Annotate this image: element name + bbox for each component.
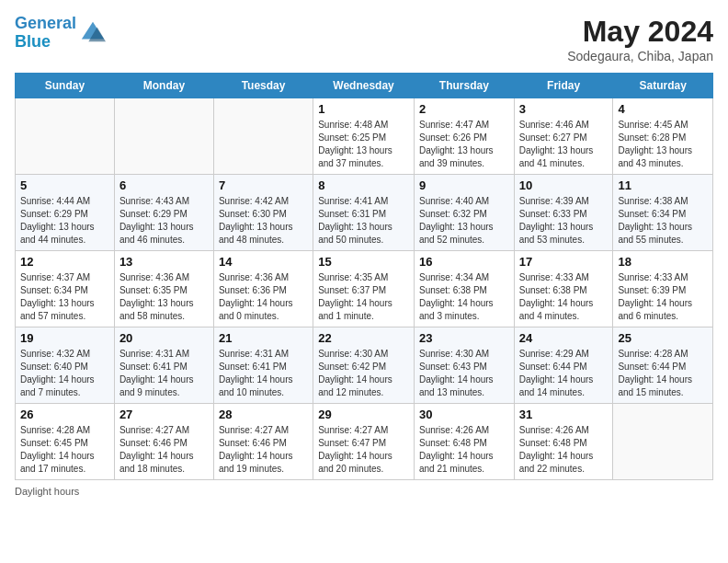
title-block: May 2024 Sodegaura, Chiba, Japan [567,15,713,63]
calendar-cell: 9Sunrise: 4:40 AM Sunset: 6:32 PM Daylig… [414,175,514,251]
calendar-cell: 1Sunrise: 4:48 AM Sunset: 6:25 PM Daylig… [313,98,415,175]
day-number: 27 [119,408,209,421]
day-info: Sunrise: 4:47 AM Sunset: 6:26 PM Dayligh… [419,119,509,170]
calendar-cell [613,404,713,480]
day-info: Sunrise: 4:27 AM Sunset: 6:46 PM Dayligh… [119,424,209,476]
day-info: Sunrise: 4:48 AM Sunset: 6:25 PM Dayligh… [318,119,409,170]
calendar-cell: 13Sunrise: 4:36 AM Sunset: 6:35 PM Dayli… [114,251,213,327]
calendar-cell: 12Sunrise: 4:37 AM Sunset: 6:34 PM Dayli… [16,251,115,327]
calendar-header: SundayMondayTuesdayWednesdayThursdayFrid… [16,74,713,98]
day-number: 16 [419,255,509,269]
weekday-header: Monday [114,74,213,98]
day-info: Sunrise: 4:36 AM Sunset: 6:36 PM Dayligh… [219,271,308,323]
calendar-cell: 31Sunrise: 4:26 AM Sunset: 6:48 PM Dayli… [514,404,613,480]
day-info: Sunrise: 4:31 AM Sunset: 6:41 PM Dayligh… [219,348,308,399]
calendar-table: SundayMondayTuesdayWednesdayThursdayFrid… [15,73,713,480]
day-info: Sunrise: 4:28 AM Sunset: 6:44 PM Dayligh… [618,348,708,399]
day-number: 28 [219,408,308,421]
day-info: Sunrise: 4:33 AM Sunset: 6:39 PM Dayligh… [618,271,708,323]
day-number: 20 [119,331,209,345]
weekday-header: Tuesday [213,74,313,98]
calendar-cell: 20Sunrise: 4:31 AM Sunset: 6:41 PM Dayli… [114,327,213,404]
calendar-cell: 25Sunrise: 4:28 AM Sunset: 6:44 PM Dayli… [613,327,713,404]
calendar-week-row: 1Sunrise: 4:48 AM Sunset: 6:25 PM Daylig… [16,98,713,175]
calendar-cell: 5Sunrise: 4:44 AM Sunset: 6:29 PM Daylig… [16,175,115,251]
day-number: 13 [119,255,209,269]
calendar-week-row: 19Sunrise: 4:32 AM Sunset: 6:40 PM Dayli… [16,327,713,404]
day-number: 1 [318,102,409,116]
calendar-week-row: 26Sunrise: 4:28 AM Sunset: 6:45 PM Dayli… [16,404,713,480]
calendar-cell: 21Sunrise: 4:31 AM Sunset: 6:41 PM Dayli… [213,327,313,404]
day-info: Sunrise: 4:35 AM Sunset: 6:37 PM Dayligh… [318,271,409,323]
calendar-cell: 30Sunrise: 4:26 AM Sunset: 6:48 PM Dayli… [414,404,514,480]
day-number: 17 [519,255,609,269]
day-info: Sunrise: 4:30 AM Sunset: 6:43 PM Dayligh… [419,348,509,399]
logo-icon [80,20,106,46]
calendar-cell: 11Sunrise: 4:38 AM Sunset: 6:34 PM Dayli… [613,175,713,251]
day-number: 15 [318,255,409,269]
logo-text: GeneralBlue [15,15,76,52]
calendar-cell: 26Sunrise: 4:28 AM Sunset: 6:45 PM Dayli… [16,404,115,480]
day-number: 14 [219,255,308,269]
calendar-cell: 2Sunrise: 4:47 AM Sunset: 6:26 PM Daylig… [414,98,514,175]
calendar-cell: 14Sunrise: 4:36 AM Sunset: 6:36 PM Dayli… [213,251,313,327]
page-header: GeneralBlue May 2024 Sodegaura, Chiba, J… [15,15,713,63]
day-number: 30 [419,408,509,421]
day-number: 8 [318,178,409,192]
weekday-header: Friday [514,74,613,98]
day-number: 6 [119,178,209,192]
day-info: Sunrise: 4:43 AM Sunset: 6:29 PM Dayligh… [119,195,209,247]
calendar-cell [16,98,115,175]
day-info: Sunrise: 4:38 AM Sunset: 6:34 PM Dayligh… [618,195,708,247]
day-info: Sunrise: 4:36 AM Sunset: 6:35 PM Dayligh… [119,271,209,323]
day-number: 18 [618,255,708,269]
day-info: Sunrise: 4:45 AM Sunset: 6:28 PM Dayligh… [618,119,708,170]
day-info: Sunrise: 4:40 AM Sunset: 6:32 PM Dayligh… [419,195,509,247]
day-number: 4 [618,102,708,116]
day-info: Sunrise: 4:27 AM Sunset: 6:47 PM Dayligh… [318,424,409,476]
day-info: Sunrise: 4:44 AM Sunset: 6:29 PM Dayligh… [20,195,109,247]
calendar-cell: 10Sunrise: 4:39 AM Sunset: 6:33 PM Dayli… [514,175,613,251]
day-number: 11 [618,178,708,192]
day-info: Sunrise: 4:34 AM Sunset: 6:38 PM Dayligh… [419,271,509,323]
day-number: 9 [419,178,509,192]
day-number: 25 [618,331,708,345]
calendar-cell: 15Sunrise: 4:35 AM Sunset: 6:37 PM Dayli… [313,251,415,327]
day-number: 5 [20,178,109,192]
calendar-cell: 16Sunrise: 4:34 AM Sunset: 6:38 PM Dayli… [414,251,514,327]
day-info: Sunrise: 4:39 AM Sunset: 6:33 PM Dayligh… [519,195,609,247]
calendar-cell: 18Sunrise: 4:33 AM Sunset: 6:39 PM Dayli… [613,251,713,327]
day-number: 22 [318,331,409,345]
day-number: 7 [219,178,308,192]
day-info: Sunrise: 4:29 AM Sunset: 6:44 PM Dayligh… [519,348,609,399]
day-number: 2 [419,102,509,116]
day-number: 3 [519,102,609,116]
day-number: 29 [318,408,409,421]
day-info: Sunrise: 4:26 AM Sunset: 6:48 PM Dayligh… [519,424,609,476]
calendar-cell: 28Sunrise: 4:27 AM Sunset: 6:46 PM Dayli… [213,404,313,480]
day-info: Sunrise: 4:30 AM Sunset: 6:42 PM Dayligh… [318,348,409,399]
day-info: Sunrise: 4:27 AM Sunset: 6:46 PM Dayligh… [219,424,308,476]
day-info: Sunrise: 4:46 AM Sunset: 6:27 PM Dayligh… [519,119,609,170]
calendar-cell: 27Sunrise: 4:27 AM Sunset: 6:46 PM Dayli… [114,404,213,480]
weekday-header: Sunday [16,74,115,98]
location-subtitle: Sodegaura, Chiba, Japan [567,49,713,63]
logo: GeneralBlue [15,15,106,52]
day-number: 19 [20,331,109,345]
calendar-cell: 8Sunrise: 4:41 AM Sunset: 6:31 PM Daylig… [313,175,415,251]
day-number: 23 [419,331,509,345]
weekday-header: Saturday [613,74,713,98]
footer-note: Daylight hours [15,486,713,497]
calendar-cell: 17Sunrise: 4:33 AM Sunset: 6:38 PM Dayli… [514,251,613,327]
day-number: 24 [519,331,609,345]
day-info: Sunrise: 4:42 AM Sunset: 6:30 PM Dayligh… [219,195,308,247]
calendar-cell: 29Sunrise: 4:27 AM Sunset: 6:47 PM Dayli… [313,404,415,480]
calendar-cell: 24Sunrise: 4:29 AM Sunset: 6:44 PM Dayli… [514,327,613,404]
day-number: 31 [519,408,609,421]
calendar-cell: 23Sunrise: 4:30 AM Sunset: 6:43 PM Dayli… [414,327,514,404]
day-info: Sunrise: 4:37 AM Sunset: 6:34 PM Dayligh… [20,271,109,323]
day-number: 21 [219,331,308,345]
calendar-cell: 7Sunrise: 4:42 AM Sunset: 6:30 PM Daylig… [213,175,313,251]
calendar-cell [213,98,313,175]
day-info: Sunrise: 4:41 AM Sunset: 6:31 PM Dayligh… [318,195,409,247]
